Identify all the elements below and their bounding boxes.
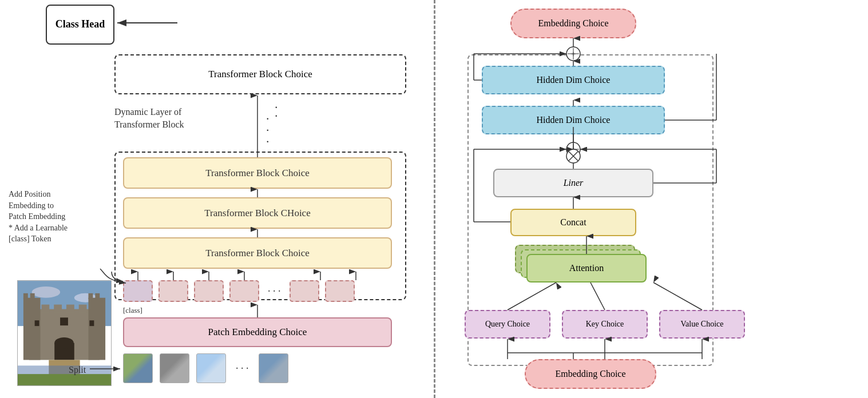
hidden-dim-2: Hidden Dim Choice <box>482 106 665 134</box>
attention-box: Attention <box>526 254 647 282</box>
svg-text:·: · <box>266 134 269 149</box>
tb1-label: Transformer Block Choice <box>205 168 310 179</box>
svg-rect-10 <box>23 298 41 360</box>
concat-label: Concat <box>560 217 586 228</box>
embed-choice-bottom-label: Embedding Choice <box>555 369 625 379</box>
dynamic-layer-label: Dynamic Layer ofTransformer Block <box>114 106 184 132</box>
token-n2 <box>325 280 355 302</box>
token-1 <box>158 280 188 302</box>
embed-choice-bottom: Embedding Choice <box>525 359 656 389</box>
svg-text:·: · <box>266 123 269 137</box>
svg-rect-23 <box>60 317 68 325</box>
patch-thumbs: · · · <box>123 353 288 383</box>
class-head-box: Class Head <box>46 5 114 45</box>
key-label: Key Choice <box>586 320 624 329</box>
panel-divider <box>434 0 435 398</box>
hidden-dim-2-label: Hidden Dim Choice <box>537 115 611 125</box>
right-panel: Embedding Choice ⊕ Hidden Dim Choice Hid… <box>436 0 868 398</box>
transformer-block-top: Transformer Block Choice <box>114 54 406 94</box>
patch-embed-box: Patch Embedding Choice <box>123 317 392 347</box>
svg-rect-14 <box>88 293 93 299</box>
liner-box: Liner <box>493 169 653 197</box>
class-token <box>123 280 153 302</box>
key-box: Key Choice <box>562 310 648 339</box>
hidden-dim-1: Hidden Dim Choice <box>482 66 665 94</box>
transformer-block-3: Transformer Block Choice <box>123 237 392 269</box>
svg-rect-6 <box>54 305 62 313</box>
embed-choice-top-label: Embedding Choice <box>538 18 608 29</box>
token-2 <box>194 280 224 302</box>
add-pos-label: Add PositionEmbedding toPatch Embedding*… <box>9 189 109 245</box>
plus-circle-mid: ⊕ <box>566 142 580 156</box>
patch-2 <box>160 353 189 383</box>
left-panel: Class Head Transformer Block Choice Dyna… <box>0 0 435 398</box>
svg-point-17 <box>54 337 74 349</box>
patch-n <box>259 353 288 383</box>
patch-embed-label: Patch Embedding Choice <box>208 327 307 338</box>
patch-3 <box>196 353 226 383</box>
tb3-label: Transformer Block Choice <box>205 248 310 259</box>
transformer-block-top-label: Transformer Block Choice <box>208 69 312 80</box>
castle-image <box>17 280 112 386</box>
class-head-label: Class Head <box>56 18 105 31</box>
svg-rect-15 <box>95 293 100 299</box>
class-token-label: [class] <box>123 306 142 315</box>
token-3 <box>229 280 259 302</box>
svg-rect-12 <box>30 293 35 299</box>
hidden-dim-1-label: Hidden Dim Choice <box>537 75 611 85</box>
transformer-block-2: Transformer Block CHoice <box>123 197 392 229</box>
svg-rect-5 <box>41 305 49 313</box>
vertical-dots: · · <box>269 105 284 118</box>
value-box: Value Choice <box>659 310 745 339</box>
token-dots: · · · <box>265 285 284 297</box>
embed-choice-top: Embedding Choice <box>510 9 636 38</box>
svg-rect-21 <box>35 320 39 326</box>
plus-circle-top: ⊕ <box>566 47 580 61</box>
svg-rect-8 <box>79 305 87 313</box>
value-label: Value Choice <box>680 320 723 329</box>
transformer-block-1: Transformer Block Choice <box>123 157 392 189</box>
svg-rect-22 <box>89 320 94 326</box>
patch-1 <box>123 353 153 383</box>
svg-rect-20 <box>18 374 111 385</box>
attention-label: Attention <box>569 263 604 273</box>
liner-label: Liner <box>564 178 584 188</box>
svg-rect-7 <box>66 305 74 313</box>
svg-point-1 <box>32 286 60 298</box>
tb2-label: Transformer Block CHoice <box>204 208 310 219</box>
query-box: Query Choice <box>465 310 550 339</box>
svg-rect-13 <box>88 298 105 360</box>
main-container: Class Head Transformer Block Choice Dyna… <box>0 0 868 398</box>
token-n1 <box>290 280 319 302</box>
concat-box: Concat <box>510 209 636 236</box>
patch-dots: · · · <box>233 363 252 375</box>
tokens-row: · · · <box>123 280 355 302</box>
svg-rect-11 <box>23 293 28 299</box>
split-label: Split <box>69 365 86 375</box>
query-label: Query Choice <box>485 320 530 329</box>
